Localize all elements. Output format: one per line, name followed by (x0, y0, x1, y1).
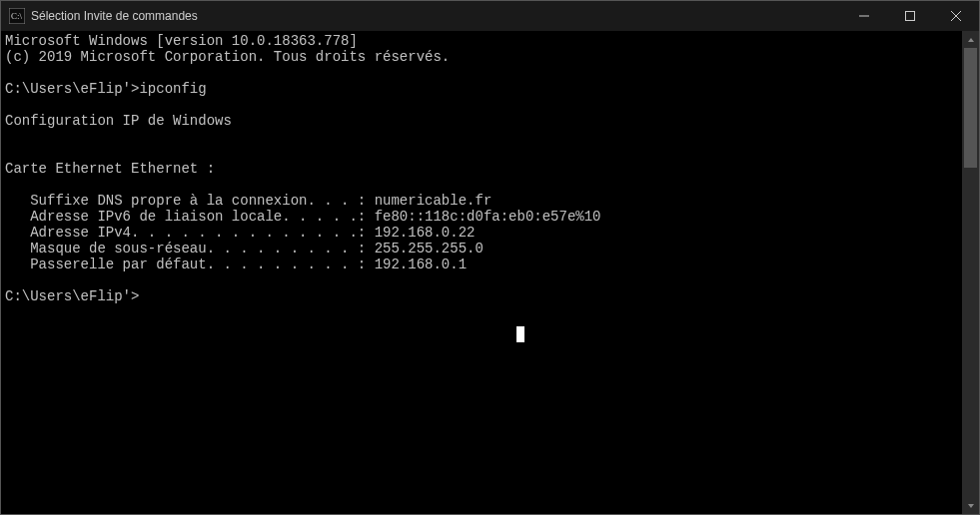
command-prompt-window: C:\ Sélection Invite de commandes Micros… (0, 0, 980, 515)
terminal-line (5, 145, 962, 161)
cmd-icon: C:\ (9, 8, 25, 24)
svg-text:C:\: C:\ (11, 11, 23, 21)
text-cursor (516, 326, 524, 342)
svg-rect-3 (906, 12, 915, 21)
terminal-output[interactable]: Microsoft Windows [version 10.0.18363.77… (1, 31, 962, 514)
terminal-line: Masque de sous-réseau. . . . . . . . . :… (5, 241, 962, 257)
terminal-line: Passerelle par défaut. . . . . . . . . :… (5, 257, 962, 272)
minimize-button[interactable] (841, 1, 887, 31)
client-area: Microsoft Windows [version 10.0.18363.77… (1, 31, 979, 514)
terminal-line: C:\Users\eFlip'>ipconfig (5, 81, 962, 97)
terminal-line: Suffixe DNS propre à la connexion. . . :… (5, 193, 962, 209)
terminal-line (5, 97, 962, 113)
window-controls (841, 1, 979, 31)
terminal-line: Adresse IPv6 de liaison locale. . . . .:… (5, 209, 962, 225)
svg-marker-7 (968, 504, 974, 508)
vertical-scrollbar[interactable] (962, 31, 979, 514)
terminal-line: Configuration IP de Windows (5, 113, 962, 129)
terminal-line: (c) 2019 Microsoft Corporation. Tous dro… (5, 49, 962, 65)
terminal-line (5, 65, 962, 81)
terminal-line: C:\Users\eFlip'> (5, 288, 962, 304)
terminal-line (5, 177, 962, 193)
terminal-line (5, 272, 962, 288)
scroll-up-button[interactable] (962, 31, 979, 48)
svg-marker-6 (968, 38, 974, 42)
terminal-line: Adresse IPv4. . . . . . . . . . . . . .:… (5, 225, 962, 241)
scroll-down-button[interactable] (962, 497, 979, 514)
terminal-line (5, 129, 962, 145)
scroll-thumb[interactable] (964, 48, 977, 168)
maximize-button[interactable] (887, 1, 933, 31)
close-button[interactable] (933, 1, 979, 31)
terminal-line: Carte Ethernet Ethernet : (5, 161, 962, 177)
titlebar[interactable]: C:\ Sélection Invite de commandes (1, 1, 979, 31)
window-title: Sélection Invite de commandes (31, 9, 198, 23)
terminal-line: Microsoft Windows [version 10.0.18363.77… (5, 33, 962, 49)
